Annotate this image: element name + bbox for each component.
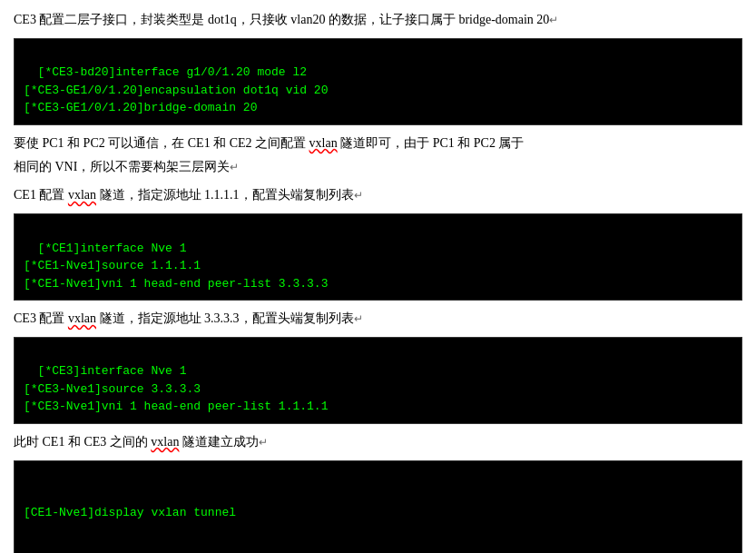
pilcrow-5: ↵ <box>259 436 268 449</box>
success-desc-block: 此时 CE1 和 CE3 之间的 vxlan 隧道建立成功↵ <box>14 431 742 453</box>
pilcrow-2: ↵ <box>230 161 239 173</box>
ce1-code-block: [*CE1]interface Nve 1 [*CE1-Nve1]source … <box>14 213 742 301</box>
vxlan-underline-2: vxlan <box>68 188 96 202</box>
pc-comm-desc-line2: 相同的 VNI，所以不需要构架三层网关↵ <box>14 156 742 178</box>
pc-comm-desc-block: 要使 PC1 和 PC2 可以通信，在 CE1 和 CE2 之间配置 vxlan… <box>14 133 742 178</box>
vxlan-underline-4: vxlan <box>151 435 179 449</box>
ce3-code-line-3: [*CE3-GE1/0/1.20]bridge-domain 20 <box>24 101 257 114</box>
ce3-code-block-2: [*CE3]interface Nve 1 [*CE3-Nve1]source … <box>14 337 742 424</box>
ce1-vxlan-desc-block: CE1 配置 vxlan 隧道，指定源地址 1.1.1.1，配置头端复制列表↵ <box>14 184 742 206</box>
pilcrow-1: ↵ <box>549 14 558 26</box>
pilcrow-4: ↵ <box>354 312 363 325</box>
ce3-desc-text: CE3 配置二层子接口，封装类型是 dot1q，只接收 vlan20 的数据，让… <box>14 9 742 31</box>
ce1-code-line-2: [*CE1-Nve1]source 1.1.1.1 <box>24 259 201 272</box>
ce1-code-line-1: [*CE1]interface Nve 1 <box>38 242 187 255</box>
pilcrow-3: ↵ <box>354 189 363 202</box>
ce1-vxlan-desc-text: CE1 配置 vxlan 隧道，指定源地址 1.1.1.1，配置头端复制列表↵ <box>14 184 742 206</box>
ce3-code2-line-2: [*CE3-Nve1]source 3.3.3.3 <box>24 382 201 396</box>
success-desc-text: 此时 CE1 和 CE3 之间的 vxlan 隧道建立成功↵ <box>14 431 742 453</box>
display-cmd-line: [CE1-Nve1]display vxlan tunnel <box>24 504 732 522</box>
ce3-desc-block: CE3 配置二层子接口，封装类型是 dot1q，只接收 vlan20 的数据，让… <box>14 9 742 31</box>
ce3-code-line-1: [*CE3-bd20]interface g1/0/1.20 mode l2 <box>38 65 307 79</box>
vxlan-underline-3: vxlan <box>68 311 96 325</box>
ce3-code2-line-3: [*CE3-Nve1]vni 1 head-end peer-list 1.1.… <box>24 400 328 413</box>
ce3-code2-line-1: [*CE3]interface Nve 1 <box>38 364 187 378</box>
ce3-code-line-2: [*CE3-GE1/0/1.20]encapsulation dot1q vid… <box>24 84 328 97</box>
ce3-code-block-1: [*CE3-bd20]interface g1/0/1.20 mode l2 [… <box>14 38 742 125</box>
ce1-code-line-3: [*CE1-Nve1]vni 1 head-end peer-list 3.3.… <box>24 277 328 291</box>
pc-comm-desc-line1: 要使 PC1 和 PC2 可以通信，在 CE1 和 CE2 之间配置 vxlan… <box>14 133 742 154</box>
display-vxlan-code-block: [CE1-Nve1]display vxlan tunnel Number of… <box>14 460 742 553</box>
ce3-vxlan-desc-block: CE3 配置 vxlan 隧道，指定源地址 3.3.3.3，配置头端复制列表↵ <box>14 308 742 330</box>
vxlan-underline-1: vxlan <box>309 136 338 150</box>
ce3-vxlan-desc-text: CE3 配置 vxlan 隧道，指定源地址 3.3.3.3，配置头端复制列表↵ <box>14 308 742 330</box>
